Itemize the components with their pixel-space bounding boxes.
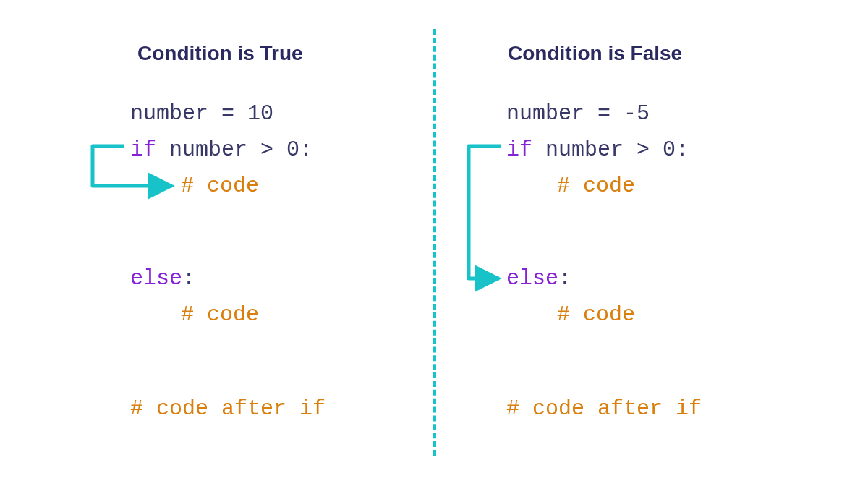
right-flow-arrow-icon — [0, 0, 868, 494]
diagram-stage: Condition is True number = 10 if number … — [0, 0, 868, 494]
